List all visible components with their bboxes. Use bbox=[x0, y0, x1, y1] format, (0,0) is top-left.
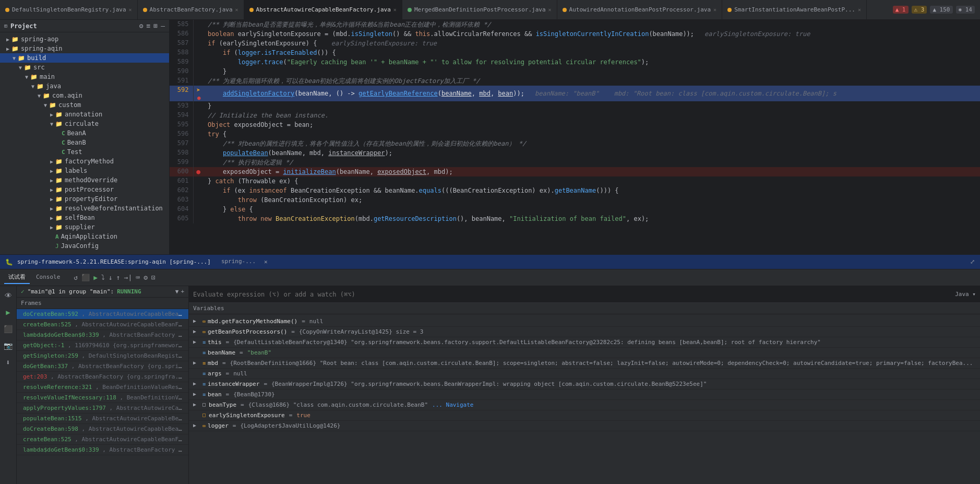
tree-item-postprocessor[interactable]: ▶ 📁 postProcessor bbox=[0, 185, 169, 194]
var-item-earlysingleton[interactable]: □ earlySingletonExposure = true bbox=[189, 410, 980, 421]
frame-item-0[interactable]: doCreateBean:592 , AbstractAutowireCapab… bbox=[17, 309, 188, 320]
debug-close-session[interactable]: ✕ bbox=[262, 258, 270, 265]
tree-item-beanb[interactable]: C BeanB bbox=[0, 138, 169, 147]
line-num-593: 593 bbox=[170, 101, 193, 111]
debug-resume-icon[interactable]: ▶ bbox=[92, 273, 99, 282]
debug-step-out-icon[interactable]: ↑ bbox=[115, 273, 122, 282]
debug-evaluate-icon[interactable]: ⌨ bbox=[135, 273, 141, 282]
debug-layout-icon[interactable]: ⊡ bbox=[150, 273, 157, 282]
var-item-this[interactable]: ▶ ≡ this = {DefaultListableBeanFactory@1… bbox=[189, 337, 980, 348]
tree-item-spring-aqin[interactable]: ▶ 📁 spring-aqin bbox=[0, 44, 169, 53]
frame-item-4[interactable]: getSingleton:259 , DefaultSingletonBeanR… bbox=[17, 351, 188, 361]
frame-item-9[interactable]: applyPropertyValues:1797 , AbstractAutow… bbox=[17, 403, 188, 414]
tab-smart-instantiation[interactable]: SmartInstantiationAwareBeanPostP... ✕ bbox=[722, 0, 867, 20]
line-gutter-588 bbox=[193, 48, 204, 57]
tab-autowired-annotation[interactable]: AutowiredAnnotationBeanPostProcessor.jav… bbox=[557, 0, 723, 20]
breakpoint-icon-600[interactable]: ● bbox=[196, 168, 200, 175]
thread-filter-icon[interactable]: ▼ bbox=[175, 288, 179, 295]
tab-label-3: AbstractAutowireCapableBeanFactory.java bbox=[256, 6, 391, 13]
tree-item-aqinapplication[interactable]: A AqinApplication bbox=[0, 232, 169, 241]
tree-item-custom[interactable]: ▼ 📁 custom bbox=[0, 100, 169, 110]
var-item-factory-method[interactable]: ▶ ∞ mbd.getFactoryMethodName() = null bbox=[189, 316, 980, 327]
thread-add-icon[interactable]: + bbox=[181, 288, 184, 295]
tree-item-resolvebeforeinstantiation[interactable]: ▶ 📁 resolveBeforeInstantiation bbox=[0, 204, 169, 213]
code-area[interactable]: 585 /** 判断当前bean是否需要提前曝光，单例&允许循环依赖&当前bea… bbox=[170, 20, 980, 254]
java-label[interactable]: Java ▾ bbox=[955, 291, 976, 298]
frame-item-2[interactable]: lambda$doGetBean$0:339 , AbstractBeanFac… bbox=[17, 330, 188, 340]
tab-close-5[interactable]: ✕ bbox=[713, 7, 716, 13]
frame-item-12[interactable]: createBean:525 , AbstractAutowireCapable… bbox=[17, 434, 188, 445]
var-item-mbd[interactable]: ▶ ≡ mbd = {RootBeanDefinition@1666} "Roo… bbox=[189, 358, 980, 369]
sidebar-close-icon[interactable]: — bbox=[161, 22, 165, 30]
debug-settings-icon[interactable]: ⚙ bbox=[142, 273, 149, 282]
tree-item-circulate[interactable]: ▼ 📁 circulate bbox=[0, 119, 169, 128]
frame-item-1[interactable]: createBean:525 , AbstractAutowireCapable… bbox=[17, 320, 188, 330]
tree-item-javaconfig[interactable]: J JavaConfig bbox=[0, 241, 169, 251]
debug-maximize-icon[interactable]: ⤢ bbox=[970, 258, 975, 265]
frame-item-10[interactable]: populateBean:1515 , AbstractAutowireCapa… bbox=[17, 414, 188, 424]
frame-item-7[interactable]: resolveReference:321 , BeanDefinitionVal… bbox=[17, 382, 188, 393]
var-item-bean-post-processors[interactable]: ▶ ∞ getBeanPostProcessors() = {CopyOnWri… bbox=[189, 327, 980, 337]
tree-item-propertyeditor[interactable]: ▶ 📁 propertyEditor bbox=[0, 194, 169, 204]
var-item-beantype[interactable]: ▶ □ beanType = {Class@1686} "class com.a… bbox=[189, 400, 980, 410]
tree-item-annotation[interactable]: ▶ 📁 annotation bbox=[0, 110, 169, 119]
tree-item-test[interactable]: C Test bbox=[0, 147, 169, 157]
tree-item-build[interactable]: ▼ 📁 build bbox=[0, 53, 169, 63]
tree-item-supplier[interactable]: ▶ 📁 supplier bbox=[0, 222, 169, 232]
tab-close-1[interactable]: ✕ bbox=[129, 7, 132, 13]
debug-stop-icon[interactable]: ⬛ bbox=[80, 273, 91, 282]
sidebar-settings-icon[interactable]: ⚙ bbox=[139, 22, 144, 30]
debug-tab-spring[interactable]: spring-... bbox=[219, 257, 258, 267]
tab-abstract-bean-factory[interactable]: AbstractBeanFactory.java ✕ bbox=[138, 0, 244, 20]
tab-merged-bean[interactable]: MergedBeanDefinitionPostProcessor.java ✕ bbox=[402, 0, 557, 20]
navigate-link-9[interactable]: ... Navigate bbox=[432, 402, 473, 408]
var-icon-6: ≡ bbox=[202, 371, 206, 376]
frame-item-6[interactable]: get:203 , AbstractBeanFactory {org.sprin… bbox=[17, 372, 188, 382]
debug-btn-down[interactable]: ⬇ bbox=[2, 356, 15, 369]
tree-item-labels[interactable]: ▶ 📁 labels bbox=[0, 166, 169, 175]
var-item-args[interactable]: ≡ args = null bbox=[189, 369, 980, 379]
tree-item-factorymethod[interactable]: ▶ 📁 factoryMethod bbox=[0, 157, 169, 166]
debug-run-to-cursor-icon[interactable]: →| bbox=[123, 273, 134, 282]
tab-abstract-autowire[interactable]: AbstractAutowireCapableBeanFactory.java … bbox=[244, 0, 402, 20]
var-item-beanname[interactable]: ≡ beanName = "beanB" bbox=[189, 348, 980, 358]
sidebar-sort-icon[interactable]: ≡ bbox=[147, 22, 151, 30]
tab-default-singleton[interactable]: DefaultSingletonBeanRegistry.java ✕ bbox=[0, 0, 138, 20]
debug-step-over-icon[interactable]: ⤵ bbox=[100, 273, 106, 282]
frame-item-11[interactable]: doCreateBean:598 , AbstractAutowireCapab… bbox=[17, 424, 188, 434]
frame-item-13[interactable]: lambda$doGetBean$0:339 , AbstractBeanFac… bbox=[17, 445, 188, 455]
tree-item-selfbean[interactable]: ▶ 📁 selfBean bbox=[0, 213, 169, 222]
tree-item-beana[interactable]: C BeanA bbox=[0, 128, 169, 138]
line-content-589: logger.trace("Eagerly caching bean '" + … bbox=[204, 57, 980, 67]
tab-close-4[interactable]: ✕ bbox=[548, 7, 552, 13]
var-item-bean[interactable]: ▶ ≡ bean = {BeanB@1730} bbox=[189, 389, 980, 400]
debug-rerun-icon[interactable]: ↺ bbox=[73, 273, 79, 282]
line-content-591: /** 为避免后期循环依赖，可以在bean初始化完成前将创建实例的ObjectF… bbox=[204, 76, 980, 86]
debug-step-into-icon[interactable]: ↓ bbox=[107, 273, 114, 282]
tree-item-src[interactable]: ▼ 📁 src bbox=[0, 63, 169, 72]
tree-item-java[interactable]: ▼ 📁 java bbox=[0, 81, 169, 91]
debug-btn-watch[interactable]: 👁 bbox=[2, 289, 15, 302]
frame-item-3[interactable]: getObject:-1 , 1169794610 {org.springfra… bbox=[17, 340, 188, 351]
breakpoint-icon-592[interactable]: ● bbox=[197, 95, 201, 101]
eval-input[interactable] bbox=[193, 291, 951, 298]
var-item-logger[interactable]: ▶ ∞ logger = {LogAdapter$JavaUtilLog@142… bbox=[189, 421, 980, 431]
tree-item-comaqin[interactable]: ▼ 📁 com.aqin bbox=[0, 91, 169, 100]
sidebar-expand-icon[interactable]: ⊞ bbox=[153, 22, 158, 30]
frame-item-5[interactable]: doGetBean:337 , AbstractBeanFactory {org… bbox=[17, 361, 188, 372]
tab-close-6[interactable]: ✕ bbox=[858, 7, 861, 13]
debug-tab-test[interactable]: 试试看 bbox=[4, 271, 30, 284]
debug-tab-console[interactable]: Console bbox=[32, 271, 64, 284]
tree-item-methodoverride[interactable]: ▶ 📁 methodOverride bbox=[0, 175, 169, 185]
tree-item-main[interactable]: ▼ 📁 main bbox=[0, 72, 169, 81]
var-item-instancewrapper[interactable]: ▶ ≡ instanceWrapper = {BeanWrapperImpl@1… bbox=[189, 379, 980, 389]
tab-close-3[interactable]: ✕ bbox=[393, 7, 397, 13]
frame-item-8[interactable]: resolveValueIfNecessary:118 , BeanDefini… bbox=[17, 393, 188, 403]
debug-btn-stop[interactable]: ⬛ bbox=[2, 323, 15, 335]
tree-label-aqinapplication: AqinApplication bbox=[61, 233, 117, 240]
debug-btn-play[interactable]: ▶ bbox=[2, 306, 15, 318]
tree-item-spring-aop[interactable]: ▶ 📁 spring-aop bbox=[0, 34, 169, 44]
line-592: 592 ➤ ● addSingletonFactory(beanName, ()… bbox=[170, 86, 980, 101]
tab-close-2[interactable]: ✕ bbox=[235, 7, 238, 13]
debug-btn-camera[interactable]: 📷 bbox=[2, 339, 15, 352]
